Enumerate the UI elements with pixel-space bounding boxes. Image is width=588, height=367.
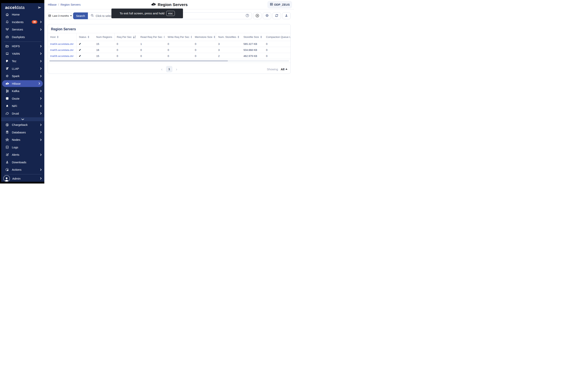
sidebar-item-yarn[interactable]: YARN — [1, 50, 44, 58]
sidebar-item-tez[interactable]: Tez — [1, 58, 44, 65]
briefcase-icon — [5, 35, 9, 39]
sidebar-item-label: Druid — [12, 112, 40, 115]
spark-icon — [5, 74, 9, 78]
sidebar-item-home[interactable]: Home — [1, 11, 44, 18]
sidebar-item-label: Alerts — [12, 153, 40, 156]
sidebar-item-druid[interactable]: Druid — [1, 110, 44, 117]
page-title: Region Servers — [151, 0, 188, 9]
host-link[interactable]: trial04.acceldata.dvl — [50, 42, 73, 45]
next-page-button[interactable]: › — [175, 67, 178, 71]
column-header-storefile-size[interactable]: Storefile Size — [241, 33, 264, 41]
laptop-icon — [5, 52, 9, 56]
sidebar-item-label: HDFS — [12, 44, 40, 48]
chevron-right-icon — [40, 21, 42, 23]
sidebar-item-downloads[interactable]: Downloads — [1, 158, 44, 166]
column-header-write-req-per-sec[interactable]: Write Req Per Sec — [165, 33, 192, 41]
folder-icon — [5, 44, 9, 48]
table-row: trial06.acceldata.dvl ✔ 15 0 0 0 0 2 462… — [48, 53, 291, 59]
page-size-dropdown[interactable]: All — [281, 67, 287, 71]
cursor-click-icon — [5, 168, 9, 172]
sidebar-item-incidents[interactable]: Incidents 38 — [1, 18, 44, 26]
droplet-icon — [5, 104, 9, 108]
cluster-name: ODP_ZEUS — [274, 3, 290, 6]
cluster-selector-button[interactable]: ODP_ZEUS — [267, 1, 292, 8]
user-avatar — [3, 175, 10, 182]
previous-page-button[interactable]: ‹ — [160, 67, 163, 71]
column-header-status[interactable]: Status — [77, 33, 94, 41]
sidebar-item-label: NiFi — [12, 104, 40, 108]
time-range-dropdown[interactable]: Last 3 months — [48, 12, 72, 19]
sort-icon — [57, 36, 59, 38]
numeric-sort-desc-icon: 91 — [133, 36, 136, 38]
horizontal-scrollbar-thumb[interactable] — [49, 60, 228, 62]
help-icon[interactable] — [245, 14, 249, 18]
sidebar-item-chargeback[interactable]: Chargeback — [1, 121, 44, 129]
settings-button[interactable] — [263, 12, 271, 19]
sidebar-expand-toggle[interactable] — [1, 117, 44, 121]
page-number-button[interactable]: 1 — [166, 66, 173, 72]
incidents-count-badge: 38 — [32, 20, 37, 24]
chevron-right-icon — [40, 112, 42, 115]
acceldata-logo: acceldata — [5, 5, 25, 10]
chevron-right-icon — [40, 139, 42, 141]
sidebar-item-actions[interactable]: Actions — [1, 166, 44, 174]
sidebar-item-llap[interactable]: LLAP — [1, 65, 44, 72]
download-icon — [5, 160, 9, 164]
sidebar-item-dashplots[interactable]: Dashplots — [1, 33, 44, 41]
chevron-right-icon — [38, 82, 40, 85]
kafka-icon — [5, 89, 9, 93]
search-button[interactable]: Search — [73, 12, 88, 19]
column-header-host[interactable]: Host — [48, 33, 77, 41]
sidebar-item-kafka[interactable]: Kafka — [1, 87, 44, 95]
column-header-read-req-per-sec[interactable]: Read Req Per Sec — [138, 33, 165, 41]
column-header-num-storefiles[interactable]: Num. Storefiles — [216, 33, 241, 41]
sidebar-item-nodes[interactable]: Nodes — [1, 136, 44, 144]
sidebar-item-label: Databases — [12, 131, 40, 134]
sidebar-item-services[interactable]: Services — [1, 26, 44, 33]
bell-icon — [5, 20, 9, 24]
status-ok-icon: ✔ — [79, 54, 81, 58]
sidebar-item-oozie[interactable]: Oozie — [1, 95, 44, 102]
host-link[interactable]: trial05.acceldata.dvl — [50, 49, 73, 51]
database-icon — [5, 130, 9, 134]
breadcrumb-region-servers[interactable]: Region Servers — [61, 3, 80, 6]
sort-icon — [191, 36, 192, 38]
host-link[interactable]: trial06.acceldata.dvl — [50, 55, 73, 58]
refresh-button[interactable] — [272, 12, 281, 19]
column-header-req-per-sec[interactable]: Req Per Sec91 — [114, 33, 138, 41]
sidebar-item-hdfs[interactable]: HDFS — [1, 42, 44, 50]
sidebar-nav: Home Incidents 38 Services Dashplots HDF… — [1, 11, 44, 174]
sidebar-item-hbase[interactable]: HBase — [2, 80, 43, 87]
breadcrumb-hbase[interactable]: HBase — [48, 3, 57, 6]
sort-icon — [88, 36, 89, 38]
column-header-memstore-size[interactable]: Memstore Size — [192, 33, 216, 41]
horizontal-scrollbar — [49, 60, 289, 62]
sidebar-item-databases[interactable]: Databases — [1, 129, 44, 136]
chevron-right-icon — [40, 67, 42, 70]
bell-edit-icon — [5, 153, 9, 157]
sidebar-item-alerts[interactable]: Alerts — [1, 151, 44, 159]
caret-down-icon — [70, 15, 72, 16]
sidebar-collapse-icon[interactable] — [37, 5, 42, 10]
orca-icon — [5, 82, 9, 85]
sidebar-item-label: Kafka — [12, 89, 40, 93]
sidebar-item-label: Spark — [12, 74, 40, 78]
network-icon — [5, 138, 9, 142]
main-content: HBase / Region Servers Region Servers OD… — [44, 0, 294, 184]
antenna-icon — [5, 28, 9, 32]
sidebar-item-nifi[interactable]: NiFi — [1, 102, 44, 110]
chevron-right-icon — [40, 97, 42, 100]
sidebar-item-logs[interactable]: Logs — [1, 143, 44, 151]
add-button[interactable] — [253, 12, 261, 19]
column-header-compaction-queue-length[interactable]: Compaction Queue Length — [264, 33, 291, 41]
time-range-label: Last 3 months — [52, 14, 69, 17]
column-header-num-regions[interactable]: Num Regions — [94, 33, 114, 41]
sidebar-item-spark[interactable]: Spark — [1, 72, 44, 80]
sidebar-item-admin[interactable]: Admin — [1, 175, 44, 182]
export-download-button[interactable] — [282, 12, 291, 19]
sidebar-item-label: Chargeback — [12, 123, 40, 126]
status-ok-icon: ✔ — [79, 42, 81, 45]
showing-label: Showing — [267, 67, 278, 71]
fullscreen-toast: To exit full screen, press and hold esc — [112, 8, 183, 18]
chevron-right-icon — [40, 105, 42, 107]
